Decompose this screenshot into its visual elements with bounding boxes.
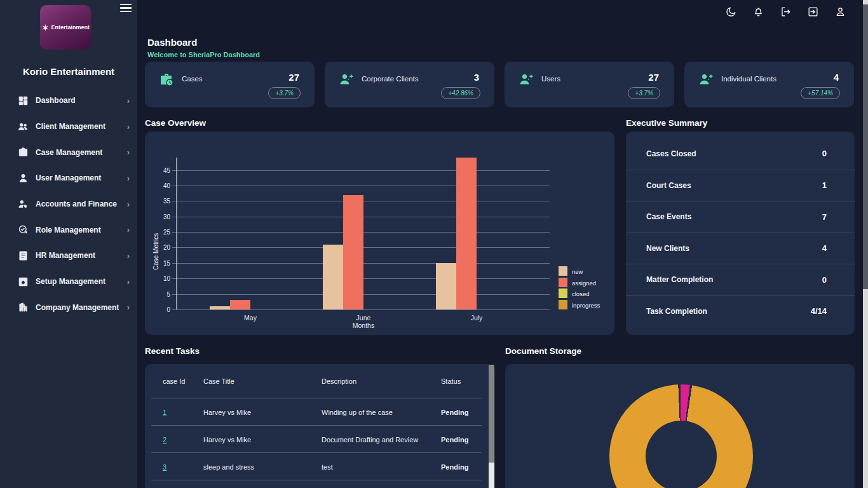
briefcase-icon bbox=[18, 147, 29, 158]
chevron-right-icon: › bbox=[127, 96, 130, 105]
sidebar-item-hr-management[interactable]: HR Management › bbox=[0, 243, 137, 269]
dark-mode-moon-icon[interactable] bbox=[725, 6, 737, 18]
table-scrollbar-thumb[interactable] bbox=[489, 365, 494, 463]
user-plus-icon bbox=[339, 72, 354, 87]
stat-card-change-badge: +57.14% bbox=[801, 87, 840, 99]
circle-check-plus-icon bbox=[18, 224, 29, 235]
table-row: 1 Harvey vs Mike Winding up of the case … bbox=[145, 398, 488, 426]
window-scrollbar-thumb[interactable] bbox=[863, 4, 868, 289]
x-tick-label: May bbox=[244, 314, 257, 322]
app-root: ✶ Entertainment Korio Entertainment Dash… bbox=[0, 0, 868, 488]
y-tick-label: 35 bbox=[151, 198, 170, 205]
sidebar-item-case-management[interactable]: Case Management › bbox=[0, 139, 137, 165]
stat-card-value: 27 bbox=[288, 72, 299, 83]
sidebar-item-accounts-finance[interactable]: Accounts and Finance › bbox=[0, 191, 137, 217]
profile-person-icon[interactable] bbox=[834, 6, 846, 18]
sidebar-item-role-management[interactable]: Role Management › bbox=[0, 217, 137, 243]
col-header-case-title: Case Title bbox=[203, 377, 234, 385]
user-plus-icon bbox=[698, 72, 714, 87]
exec-row-label: Task Completion bbox=[646, 307, 707, 316]
y-tick-label: 0 bbox=[151, 306, 170, 313]
stat-card-individual-clients: Individual Clients 4 +57.14% bbox=[684, 62, 854, 107]
stat-card-corporate-clients: Corporate Clients 3 +42.86% bbox=[325, 62, 494, 107]
chevron-right-icon: › bbox=[127, 225, 130, 234]
sidebar-item-dashboard[interactable]: Dashboard › bbox=[0, 88, 137, 114]
case-title-cell: Harvey vs Mike bbox=[203, 436, 251, 444]
dashboard-grid-icon bbox=[18, 95, 29, 106]
login-icon[interactable] bbox=[807, 6, 819, 18]
exec-row-value: 1 bbox=[822, 180, 827, 190]
sidebar-item-label: Accounts and Finance bbox=[36, 200, 117, 208]
case-title-cell: Harvey vs Mike bbox=[203, 409, 251, 416]
sidebar-item-user-management[interactable]: User Management › bbox=[0, 165, 137, 191]
legend-swatch-inprogress bbox=[559, 300, 567, 309]
company-logo[interactable]: ✶ Entertainment bbox=[40, 5, 91, 50]
sidebar-item-label: HR Management bbox=[36, 251, 95, 260]
row-divider bbox=[151, 480, 482, 480]
sidebar-item-client-management[interactable]: Client Management › bbox=[0, 114, 137, 140]
menu-hamburger-icon[interactable] bbox=[120, 4, 132, 13]
bar-new bbox=[436, 263, 456, 309]
chevron-right-icon: › bbox=[127, 277, 130, 287]
y-tick-label: 10 bbox=[151, 275, 170, 282]
exec-row-cases-closed: Cases Closed 0 bbox=[626, 138, 855, 170]
logo-label: Entertainment bbox=[51, 24, 90, 30]
y-tick-label: 20 bbox=[151, 244, 170, 251]
stat-card-users: Users 27 +3.7% bbox=[505, 62, 674, 107]
description-cell: test bbox=[322, 463, 333, 471]
case-id-link[interactable]: 3 bbox=[163, 463, 166, 471]
x-axis-title: Months bbox=[353, 322, 374, 329]
exec-row-value: 0 bbox=[822, 149, 827, 158]
exec-row-case-events: Case Events 7 bbox=[626, 201, 855, 233]
document-storage-donut-chart bbox=[609, 384, 753, 488]
case-overview-title: Case Overview bbox=[145, 118, 206, 128]
executive-summary-panel: Cases Closed 0 Court Cases 1 Case Events… bbox=[626, 132, 855, 335]
legend-label-new: new bbox=[572, 268, 583, 275]
col-header-case-id: case Id bbox=[163, 377, 185, 385]
case-id-link[interactable]: 1 bbox=[163, 409, 166, 416]
exec-row-label: Court Cases bbox=[646, 181, 691, 190]
sidebar-item-label: User Management bbox=[36, 173, 101, 182]
notifications-bell-icon[interactable] bbox=[752, 6, 764, 18]
exec-row-matter-completion: Matter Completion 0 bbox=[626, 264, 855, 295]
case-id-link[interactable]: 2 bbox=[163, 436, 166, 444]
org-name: Korio Entertainment bbox=[0, 66, 137, 77]
sidebar: ✶ Entertainment Korio Entertainment Dash… bbox=[0, 0, 137, 488]
status-cell: Pending bbox=[441, 409, 468, 416]
sidebar-item-label: Client Management bbox=[36, 122, 105, 131]
y-tick-label: 45 bbox=[151, 167, 170, 174]
sidebar-nav: Dashboard › Client Management › Case Man… bbox=[0, 88, 137, 320]
exec-row-task-completion: Task Completion 4/14 bbox=[626, 295, 855, 327]
chevron-right-icon: › bbox=[127, 147, 130, 157]
gridline bbox=[172, 170, 550, 171]
stat-card-value: 4 bbox=[834, 72, 839, 83]
sidebar-item-label: Dashboard bbox=[36, 96, 76, 105]
bar-new bbox=[323, 245, 343, 309]
executive-summary-title: Executive Summary bbox=[626, 118, 707, 128]
gridline bbox=[172, 309, 550, 310]
legend-swatch-closed bbox=[559, 288, 567, 298]
exec-row-value: 4 bbox=[822, 243, 827, 253]
star-icon: ✶ bbox=[41, 23, 50, 32]
window-scrollbar bbox=[863, 0, 868, 488]
col-header-description: Description bbox=[322, 377, 356, 385]
stat-card-value: 3 bbox=[474, 72, 479, 83]
exec-row-label: Matter Completion bbox=[646, 275, 713, 284]
document-storage-panel bbox=[505, 364, 855, 488]
people-icon bbox=[18, 121, 29, 132]
sidebar-item-setup-management[interactable]: Setup Management › bbox=[0, 269, 137, 295]
legend-label-assigned: assigned bbox=[572, 280, 596, 287]
sidebar-item-company-management[interactable]: Company Management › bbox=[0, 295, 137, 321]
stat-card-label: Individual Clients bbox=[721, 75, 776, 83]
exec-row-value: 0 bbox=[822, 275, 827, 285]
description-cell: Document Drafting and Review bbox=[322, 436, 418, 444]
exec-row-value: 4/14 bbox=[811, 306, 827, 316]
gear-square-icon bbox=[18, 276, 29, 287]
stat-card-label: Users bbox=[541, 75, 560, 83]
chevron-right-icon: › bbox=[127, 122, 130, 132]
building-icon bbox=[18, 302, 29, 313]
gridline bbox=[172, 186, 550, 186]
logout-icon[interactable] bbox=[780, 6, 792, 18]
case-title-cell: sleep and stress bbox=[203, 463, 254, 471]
exec-row-value: 7 bbox=[822, 212, 827, 222]
